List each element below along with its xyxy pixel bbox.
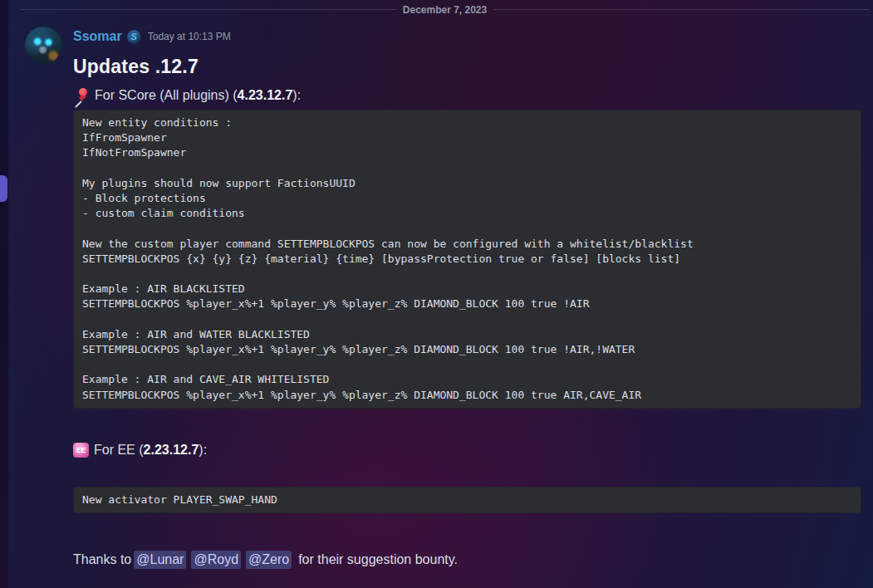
chat-message-area: December 7, 2023 Ssomar S Today at 10:13…	[8, 0, 873, 588]
ee-version: 2.23.12.7	[144, 441, 199, 459]
score-intro-line: For SCore (All plugins) (4.23.12.7):	[73, 86, 861, 105]
mention-zero[interactable]: @Zero	[246, 551, 292, 569]
thanks-text: Thanks to	[73, 551, 131, 569]
username[interactable]: Ssomar	[73, 29, 122, 44]
ee-line-text: For EE (	[94, 441, 144, 459]
timestamp: Today at 10:13 PM	[148, 31, 231, 42]
pushpin-emoji	[73, 87, 90, 104]
mention-royd[interactable]: @Royd	[191, 551, 241, 569]
divider-line-right	[493, 9, 869, 10]
score-line-text: For SCore (All plugins) (	[95, 86, 238, 105]
score-code-block: New entity conditions : IfFromSpawner If…	[73, 110, 861, 409]
ee-line-suffix: ):	[199, 441, 207, 459]
ee-custom-emoji: EE	[73, 443, 89, 458]
server-sidebar-rail	[0, 0, 8, 588]
score-version: 4.23.12.7	[238, 86, 293, 105]
ssomar-logo-badge-icon[interactable]: S	[127, 30, 141, 44]
message-heading: Updates .12.7	[73, 54, 861, 79]
avatar[interactable]	[25, 27, 62, 64]
message-body: Ssomar S Today at 10:13 PM Updates .12.7…	[73, 27, 861, 569]
date-divider: December 7, 2023	[21, 3, 869, 16]
message-header: Ssomar S Today at 10:13 PM	[73, 28, 861, 45]
ee-code-block: New activator PLAYER_SWAP_HAND	[73, 487, 861, 513]
divider-line-left	[21, 9, 396, 10]
score-line-suffix: ):	[292, 86, 301, 105]
ee-intro-line: EE For EE (2.23.12.7):	[73, 441, 861, 459]
date-divider-label: December 7, 2023	[403, 4, 487, 16]
thanks-text-suffix: for their suggestion bounty.	[298, 551, 458, 569]
mention-lunar[interactable]: @Lunar	[134, 551, 186, 569]
thanks-line: Thanks to @Lunar @Royd @Zero for their s…	[73, 551, 861, 569]
server-icon-sliver[interactable]	[0, 175, 7, 202]
